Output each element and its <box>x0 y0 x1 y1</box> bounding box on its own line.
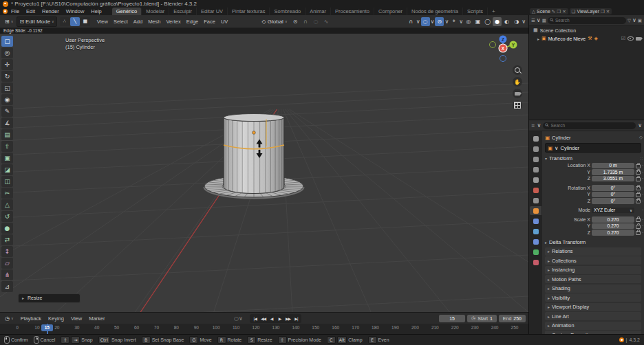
btn-vertex-select[interactable]: ∴ <box>60 17 69 26</box>
workspace-tab[interactable]: Sombreado <box>270 8 305 15</box>
animate-dot-icon[interactable]: · <box>642 186 643 190</box>
tool-knife[interactable]: ✂ <box>1 188 13 199</box>
options-chevron-icon[interactable]: ∨ <box>638 122 642 129</box>
workspace-tab[interactable]: Scripts <box>463 8 488 15</box>
navigation-gizmo[interactable]: Z Y X <box>487 34 523 69</box>
group-show-overlays[interactable]: ◎ <box>464 17 473 26</box>
lock-icon[interactable] <box>636 186 641 190</box>
workspace-tab[interactable]: Esculpir <box>169 8 197 15</box>
viewport-menu[interactable]: View <box>94 18 111 25</box>
tool-select-box[interactable]: ▢ <box>1 36 13 47</box>
group-pivot-point[interactable]: ⊙ ∨ <box>435 17 449 26</box>
properties-editor-icon[interactable]: ≡ <box>531 123 535 129</box>
tool-transform[interactable]: ◉ <box>1 94 13 105</box>
section-header[interactable]: ▸ Visibility <box>545 293 641 302</box>
expand-icon[interactable]: ▸ <box>537 36 539 41</box>
tab-object-data[interactable] <box>530 247 541 256</box>
display-mode-icon[interactable]: ▦ <box>542 18 546 23</box>
group-shading-material[interactable]: ◐ <box>502 17 511 26</box>
tab-modifiers[interactable] <box>530 216 541 225</box>
workspace-tab[interactable]: Animar <box>305 8 331 15</box>
viewport-menu[interactable]: Edge <box>184 18 202 25</box>
operator-panel[interactable]: ▸ Resize <box>18 293 80 303</box>
lock-icon[interactable] <box>636 170 641 175</box>
menu[interactable]: File <box>8 8 23 15</box>
mode-dropdown[interactable]: ⊡ Edit Mode ∨ <box>17 16 56 27</box>
animate-dot-icon[interactable]: · <box>642 163 643 168</box>
outliner-editor-icon[interactable]: ☰ <box>531 18 535 23</box>
snap-magnet-button[interactable]: ∩ <box>301 17 310 26</box>
section-header[interactable]: ▸ Instancing <box>545 266 641 274</box>
animate-dot-icon[interactable]: · <box>642 199 643 203</box>
tool-edge-slide[interactable]: ⇄ <box>1 234 13 245</box>
breadcrumb-object[interactable]: Cylinder <box>552 135 571 141</box>
timeline-menu[interactable]: Marker <box>85 315 108 322</box>
lock-icon[interactable] <box>636 225 641 229</box>
pin-icon[interactable]: ✎ <box>552 9 555 14</box>
timeline-ruler[interactable]: 0102030405060708090100110120130140150160… <box>0 324 528 335</box>
viewport-canvas[interactable]: Edge Slide: -0.1192 User Perspective (15… <box>0 28 528 312</box>
playback-jump-to-end[interactable]: ▶| <box>292 315 300 322</box>
section-header[interactable]: ▸ Animation <box>545 322 641 330</box>
scene-selector[interactable]: △ Scene ✎ ❐ ✕ <box>530 8 568 14</box>
tool-rotate[interactable]: ↻ <box>1 71 13 82</box>
section-header[interactable]: ▸ Viewport Display <box>545 303 641 311</box>
lock-icon[interactable] <box>636 193 641 197</box>
auto-key-button[interactable]: ○ ∨ <box>234 315 243 322</box>
animate-dot-icon[interactable]: · <box>642 192 643 197</box>
new-scene-icon[interactable]: ❐ <box>557 9 561 14</box>
tool-bevel[interactable]: ◪ <box>1 164 13 175</box>
tab-constraints[interactable] <box>530 237 541 246</box>
lock-icon[interactable] <box>636 164 641 168</box>
tab-render[interactable] <box>530 144 541 153</box>
camera-view-button[interactable] <box>513 89 522 98</box>
timeline-menu[interactable]: View <box>67 315 85 322</box>
tool-spin[interactable]: ↺ <box>1 211 13 222</box>
value-field[interactable]: 0° <box>592 198 634 204</box>
tab-output[interactable] <box>530 155 541 164</box>
tool-rip-region[interactable]: ⋔ <box>1 269 13 280</box>
btn-edge-select[interactable]: ╲ <box>70 17 80 26</box>
animate-dot-icon[interactable]: · <box>642 176 643 181</box>
animate-dot-icon[interactable]: · <box>642 170 643 175</box>
tool-smooth[interactable]: ● <box>1 223 13 234</box>
value-field[interactable]: 0° <box>592 192 634 198</box>
object-row[interactable]: ▸ ▣ Muñeco de Nieve ⚒ ◈ ☑ <box>529 34 644 43</box>
playback-jump-to-start[interactable]: |◀ <box>251 315 259 322</box>
btn-face-select[interactable]: ■ <box>80 17 90 26</box>
tab-collection[interactable] <box>530 196 541 205</box>
tool-loop-cut[interactable]: ◫ <box>1 176 13 187</box>
tool-poly-build[interactable]: △ <box>1 199 13 210</box>
tool-annotate[interactable]: ✎ <box>1 106 13 117</box>
current-frame-field[interactable]: 15 <box>439 315 465 322</box>
menu[interactable]: Window <box>63 8 88 15</box>
tool-move[interactable]: ✛ <box>1 59 13 70</box>
pin-id-icon[interactable]: ◇ <box>639 135 643 140</box>
workspace-tab[interactable]: Componer <box>374 8 407 15</box>
animate-dot-icon[interactable]: · <box>642 208 643 212</box>
playback-next-keyframe[interactable]: ▶▶ <box>284 315 292 322</box>
section-header[interactable]: ▸ Motion Paths <box>545 275 641 283</box>
delete-scene-icon[interactable]: ✕ <box>562 9 566 14</box>
blender-menu-icon[interactable] <box>3 9 8 14</box>
group-proportional-editing[interactable]: ◌ ∨ <box>421 17 435 26</box>
start-frame-field[interactable]: ◷ Start 1 <box>467 315 497 322</box>
new-collection-icon[interactable]: ▣ <box>638 18 642 23</box>
menu[interactable]: Help <box>87 8 105 15</box>
filter-icon[interactable]: ▽ <box>627 18 631 23</box>
group-show-gizmo[interactable]: ⌖ ∨ <box>449 17 463 26</box>
workspace-tab[interactable]: Pintar texturas <box>228 8 270 15</box>
delta-transform-header[interactable]: ▸ Delta Transform <box>545 238 643 246</box>
lock-icon[interactable] <box>636 231 641 235</box>
workspace-tab[interactable]: Procesamiento <box>331 8 374 15</box>
tab-scene[interactable] <box>530 175 541 184</box>
transform-panel-header[interactable]: ▾ Transform ∷ <box>545 155 643 162</box>
viewport-menu[interactable]: Add <box>131 18 145 25</box>
animate-dot-icon[interactable]: · <box>642 223 643 228</box>
proportional-editing-button[interactable]: ◌ <box>312 17 321 26</box>
value-field[interactable]: 0 m <box>592 163 634 169</box>
playback-play[interactable]: ▶ <box>276 315 283 322</box>
tab-object[interactable] <box>530 206 541 215</box>
properties-search[interactable]: ⚲ <box>543 122 636 129</box>
new-view-layer-icon[interactable]: ❐ <box>601 9 605 14</box>
